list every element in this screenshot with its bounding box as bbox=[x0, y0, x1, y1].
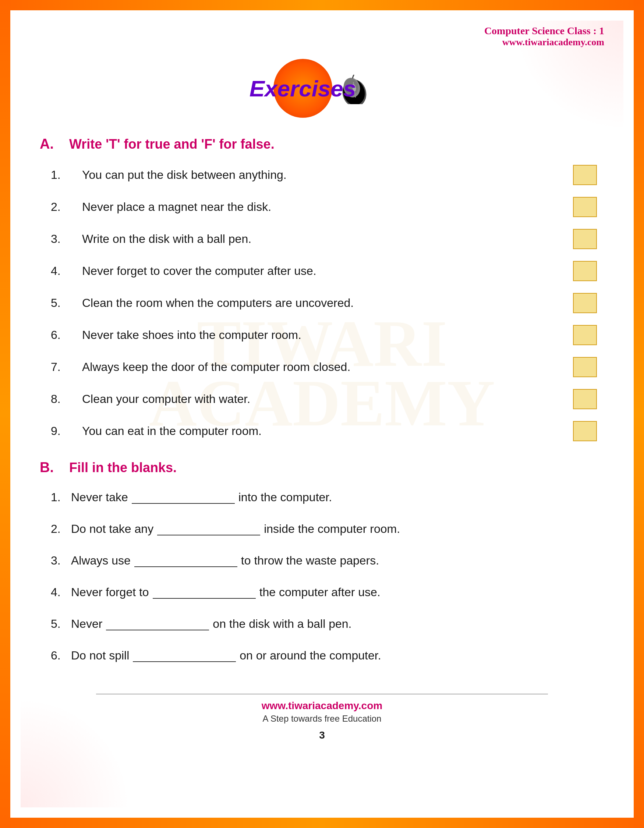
tf-answer-box[interactable] bbox=[573, 421, 597, 441]
tf-text: Clean your computer with water. bbox=[82, 392, 250, 406]
tf-number: 4. bbox=[51, 264, 71, 278]
fill-blank-line[interactable] bbox=[134, 554, 237, 567]
exercises-title: Exercises bbox=[249, 75, 356, 102]
tf-item-left: 9. You can eat in the computer room. bbox=[51, 424, 262, 438]
exercises-badge: Exercises bbox=[273, 59, 332, 118]
tf-number: 5. bbox=[51, 296, 71, 310]
tf-text: Clean the room when the computers are un… bbox=[82, 296, 354, 310]
tf-item: 7. Always keep the door of the computer … bbox=[51, 357, 604, 377]
fill-after: on the disk with a ball pen. bbox=[213, 615, 351, 633]
header-website: www.tiwariacademy.com bbox=[484, 37, 604, 48]
fill-after: to throw the waste papers. bbox=[241, 552, 379, 569]
tf-text: You can eat in the computer room. bbox=[82, 424, 262, 438]
tf-answer-box[interactable] bbox=[573, 229, 597, 249]
tf-text: Write on the disk with a ball pen. bbox=[82, 232, 251, 246]
tf-number: 1. bbox=[51, 168, 71, 182]
section-b-header: B. Fill in the blanks. bbox=[40, 459, 604, 475]
fill-number: 3. bbox=[51, 552, 71, 569]
tf-item-left: 2. Never place a magnet near the disk. bbox=[51, 200, 271, 214]
fill-number: 6. bbox=[51, 646, 71, 664]
fill-item: 3.Always useto throw the waste papers. bbox=[51, 552, 604, 569]
tf-number: 6. bbox=[51, 328, 71, 342]
fill-number: 5. bbox=[51, 615, 71, 633]
tf-item-left: 8. Clean your computer with water. bbox=[51, 392, 250, 406]
fill-item: 4.Never forget tothe computer after use. bbox=[51, 583, 604, 601]
tf-answer-box[interactable] bbox=[573, 389, 597, 409]
tf-item-left: 3. Write on the disk with a ball pen. bbox=[51, 232, 251, 246]
section-b-letter: B. bbox=[40, 459, 58, 475]
fill-number: 4. bbox=[51, 583, 71, 601]
tf-list: 1. You can put the disk between anything… bbox=[40, 165, 604, 441]
tf-number: 7. bbox=[51, 360, 71, 374]
fill-before: Never bbox=[71, 615, 102, 633]
tf-item: 4. Never forget to cover the computer af… bbox=[51, 261, 604, 281]
fill-blank-line[interactable] bbox=[157, 522, 260, 535]
tf-answer-box[interactable] bbox=[573, 357, 597, 377]
tf-answer-box[interactable] bbox=[573, 165, 597, 185]
fill-blank-line[interactable] bbox=[132, 491, 235, 504]
tf-item: 1. You can put the disk between anything… bbox=[51, 165, 604, 185]
tf-text: Never take shoes into the computer room. bbox=[82, 328, 301, 342]
fill-after: into the computer. bbox=[238, 488, 332, 506]
tf-number: 2. bbox=[51, 200, 71, 214]
border-top bbox=[0, 0, 644, 10]
fill-list: 1.Never takeinto the computer.2.Do not t… bbox=[40, 488, 604, 664]
tf-item: 8. Clean your computer with water. bbox=[51, 389, 604, 409]
footer-line bbox=[96, 694, 548, 695]
fill-before: Do not spill bbox=[71, 646, 129, 664]
fill-blank-line[interactable] bbox=[133, 649, 236, 662]
fill-after: on or around the computer. bbox=[240, 646, 381, 664]
tf-item-left: 5. Clean the room when the computers are… bbox=[51, 296, 354, 310]
fill-blank-line[interactable] bbox=[106, 617, 209, 630]
tf-text: Always keep the door of the computer roo… bbox=[82, 360, 350, 374]
tf-answer-box[interactable] bbox=[573, 325, 597, 345]
fill-blank-line[interactable] bbox=[153, 585, 256, 599]
header-info: Computer Science Class : 1 www.tiwariaca… bbox=[484, 25, 604, 48]
page-number: 3 bbox=[40, 729, 604, 741]
tf-item: 5. Clean the room when the computers are… bbox=[51, 293, 604, 313]
header: Computer Science Class : 1 www.tiwariaca… bbox=[40, 21, 604, 48]
fill-after: the computer after use. bbox=[259, 583, 381, 601]
tf-item: 3. Write on the disk with a ball pen. bbox=[51, 229, 604, 249]
exercises-container: Exercises bbox=[40, 59, 604, 118]
tf-answer-box[interactable] bbox=[573, 293, 597, 313]
footer-tagline: A Step towards free Education bbox=[40, 714, 604, 724]
section-b-title: Fill in the blanks. bbox=[69, 460, 177, 475]
fill-before: Do not take any bbox=[71, 520, 154, 538]
tf-item-left: 7. Always keep the door of the computer … bbox=[51, 360, 350, 374]
fill-before: Always use bbox=[71, 552, 131, 569]
border-right bbox=[634, 0, 644, 828]
tf-item: 6. Never take shoes into the computer ro… bbox=[51, 325, 604, 345]
header-title: Computer Science Class : 1 bbox=[484, 25, 604, 37]
border-bottom bbox=[0, 818, 644, 828]
fill-before: Never take bbox=[71, 488, 128, 506]
tf-number: 3. bbox=[51, 232, 71, 246]
section-a-title: Write 'T' for true and 'F' for false. bbox=[69, 136, 274, 152]
fill-item: 1.Never takeinto the computer. bbox=[51, 488, 604, 506]
tf-number: 9. bbox=[51, 424, 71, 438]
fill-item: 2.Do not take anyinside the computer roo… bbox=[51, 520, 604, 538]
fill-number: 2. bbox=[51, 520, 71, 538]
fill-before: Never forget to bbox=[71, 583, 149, 601]
tf-answer-box[interactable] bbox=[573, 261, 597, 281]
fill-item: 6.Do not spillon or around the computer. bbox=[51, 646, 604, 664]
tf-number: 8. bbox=[51, 392, 71, 406]
footer-website-text: www.tiwariacademy.com bbox=[40, 700, 604, 712]
tf-item-left: 1. You can put the disk between anything… bbox=[51, 168, 287, 182]
section-a-header: A. Write 'T' for true and 'F' for false. bbox=[40, 136, 604, 152]
fill-item: 5.Neveron the disk with a ball pen. bbox=[51, 615, 604, 633]
tf-text: You can put the disk between anything. bbox=[82, 168, 287, 182]
section-a-letter: A. bbox=[40, 136, 58, 152]
tf-item-left: 6. Never take shoes into the computer ro… bbox=[51, 328, 301, 342]
fill-after: inside the computer room. bbox=[264, 520, 400, 538]
footer: www.tiwariacademy.com A Step towards fre… bbox=[40, 694, 604, 748]
tf-item: 2. Never place a magnet near the disk. bbox=[51, 197, 604, 217]
fill-number: 1. bbox=[51, 488, 71, 506]
tf-text: Never place a magnet near the disk. bbox=[82, 200, 271, 214]
tf-text: Never forget to cover the computer after… bbox=[82, 264, 317, 278]
tf-item-left: 4. Never forget to cover the computer af… bbox=[51, 264, 317, 278]
tf-item: 9. You can eat in the computer room. bbox=[51, 421, 604, 441]
border-left bbox=[0, 0, 10, 828]
tf-answer-box[interactable] bbox=[573, 197, 597, 217]
